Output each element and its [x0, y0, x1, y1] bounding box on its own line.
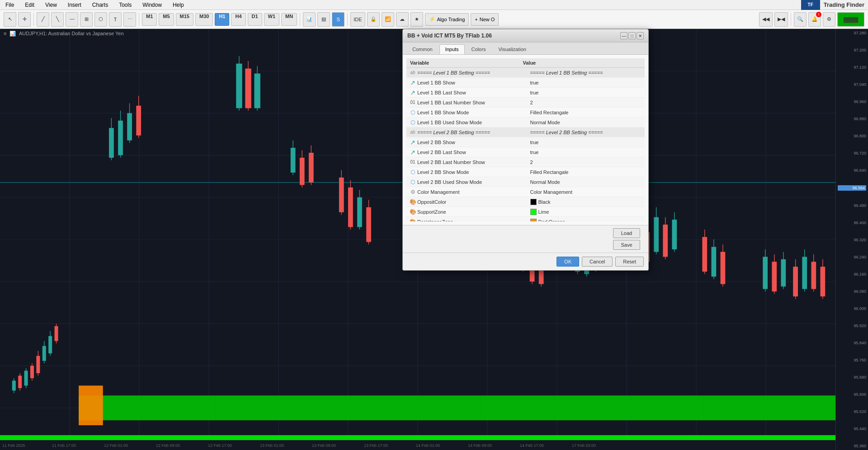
tf-m5[interactable]: M5	[159, 13, 174, 26]
cancel-button[interactable]: Cancel	[582, 257, 613, 267]
time-label-4: 12 Feb 17:00	[208, 443, 232, 448]
cursor-tool[interactable]: ↖	[4, 12, 16, 27]
color-swatch-darkorange[interactable]	[530, 219, 537, 222]
row-name: Level 2 BB Last Show	[417, 150, 530, 155]
tf-h1[interactable]: H1	[215, 13, 229, 26]
row-icon: 01	[408, 100, 417, 105]
menu-edit[interactable]: Edit	[23, 1, 36, 9]
price-96480: 96.480	[838, 203, 866, 208]
dialog-minimize-button[interactable]: —	[620, 32, 627, 39]
header-scrollbar-spacer	[636, 60, 641, 66]
fibo-tool[interactable]: ⊞	[80, 12, 93, 27]
table-row[interactable]: ↗ Level 2 BB Show true	[406, 137, 645, 147]
nav-next-btn[interactable]: ▶◀	[774, 12, 788, 27]
load-save-area: Load Save	[613, 228, 640, 250]
new-o-button[interactable]: + New O	[471, 13, 499, 26]
notification-badge: 1	[816, 12, 821, 17]
menu-insert[interactable]: Insert	[66, 1, 83, 9]
zoom-btn[interactable]: 🔍	[794, 12, 807, 27]
color-swatch-black[interactable]	[530, 199, 537, 205]
save-button[interactable]: Save	[613, 240, 640, 250]
table-row[interactable]: ⬡ Level 2 BB Show Mode Filled Rectangale	[406, 167, 645, 177]
dialog-action-buttons: OK Cancel Reset	[403, 253, 648, 270]
channel-tool[interactable]: 〰	[66, 12, 78, 27]
menu-help[interactable]: Help	[171, 1, 186, 9]
table-row[interactable]: ↗ Level 2 BB Last Show true	[406, 147, 645, 157]
reset-button[interactable]: Reset	[615, 257, 644, 267]
menu-charts[interactable]: Charts	[90, 1, 110, 9]
main-toolbar: ↖ ✛ ╱ ╲ 〰 ⊞ ⬡ T ⋯ M1 M5 M15 M30 H1 H4 D1…	[0, 10, 868, 29]
more-tools[interactable]: ⋯	[123, 12, 136, 27]
notifications-btn[interactable]: 🔔 1	[808, 12, 821, 27]
table-row[interactable]: ab ===== Level 1 BB Setting ===== ===== …	[406, 68, 645, 78]
tf-mn[interactable]: MN	[281, 13, 297, 26]
time-label-9: 14 Feb 09:00	[468, 443, 492, 448]
table-row[interactable]: ⬡ Level 2 BB Used Show Mode Normal Mode	[406, 177, 645, 187]
table-row[interactable]: 🎨 SupportZone Lime	[406, 207, 645, 217]
menu-window[interactable]: Window	[141, 1, 164, 9]
menu-file[interactable]: File	[4, 1, 16, 9]
nav-prev-btn[interactable]: ◀◀	[759, 12, 773, 27]
row-icon: ab	[408, 70, 417, 75]
dialog-tab-colors[interactable]: Colors	[466, 44, 492, 54]
new-o-label: New O	[480, 17, 495, 22]
chart-type-btn[interactable]: 📊	[303, 12, 316, 27]
table-row[interactable]: ↗ Level 1 BB Show true	[406, 78, 645, 88]
dialog-container: BB + Void ICT MT5 By TFlab 1.06 — □ ✕ Co…	[402, 29, 649, 271]
variables-scroll-area[interactable]: ab ===== Level 1 BB Setting ===== ===== …	[406, 68, 645, 221]
row-icon: ↗	[408, 149, 417, 156]
price-97280: 97.280	[838, 31, 866, 35]
chart-header: ≡ 📊 AUDJPY,H1: Australian Dollar vs Japa…	[4, 31, 124, 37]
settings-btn[interactable]: ⚙	[823, 12, 835, 27]
header-variable: Variable	[410, 60, 523, 66]
table-row[interactable]: ab ===== Level 2 BB Setting ===== ===== …	[406, 127, 645, 137]
algo-trading-button[interactable]: ⚡ Algo Trading	[425, 13, 469, 26]
indicator-s-btn[interactable]: S	[332, 12, 344, 27]
color-swatch-lime[interactable]	[530, 209, 537, 215]
menu-view[interactable]: View	[43, 1, 59, 9]
dialog-tab-inputs[interactable]: Inputs	[439, 44, 465, 54]
signal-btn[interactable]: 📶	[382, 12, 394, 27]
tf-m1[interactable]: M1	[142, 13, 157, 26]
table-row[interactable]: ⚙ Color Management Color Management	[406, 187, 645, 197]
lock-btn[interactable]: 🔒	[367, 12, 380, 27]
text-tool[interactable]: T	[109, 12, 122, 27]
tf-m30[interactable]: M30	[195, 13, 213, 26]
price-96080: 96.080	[838, 289, 866, 294]
progress-btn[interactable]: ▓▓▓▓	[837, 12, 864, 27]
load-button[interactable]: Load	[613, 228, 640, 238]
dialog-maximize-button[interactable]: □	[628, 32, 636, 39]
row-value: Black	[530, 199, 643, 205]
tf-d1[interactable]: D1	[248, 13, 262, 26]
chart-style-btn[interactable]: ▤	[317, 12, 330, 27]
shapes-tool[interactable]: ⬡	[94, 12, 107, 27]
table-row[interactable]: ⬡ Level 1 BB Used Show Mode Normal Mode	[406, 117, 645, 127]
table-row[interactable]: 🎨 OppositColor Black	[406, 197, 645, 207]
table-row[interactable]: 🎨 ResistanceZone DarkOrange	[406, 217, 645, 221]
tf-m15[interactable]: M15	[176, 13, 193, 26]
table-row[interactable]: 01 Level 1 BB Last Number Show 2	[406, 98, 645, 108]
row-name: Level 2 BB Last Number Show	[417, 159, 530, 165]
tf-h4[interactable]: H4	[231, 13, 245, 26]
ok-button[interactable]: OK	[557, 257, 579, 267]
price-96400: 96.400	[838, 220, 866, 225]
table-row[interactable]: 01 Level 2 BB Last Number Show 2	[406, 157, 645, 167]
tf-w1[interactable]: W1	[264, 13, 280, 26]
menu-bar: File Edit View Insert Charts Tools Windo…	[0, 0, 868, 10]
dialog-close-button[interactable]: ✕	[637, 32, 644, 39]
ide-button[interactable]: IDE	[350, 12, 365, 27]
price-96000: 96.000	[838, 306, 866, 311]
star-btn[interactable]: ★	[410, 12, 423, 27]
row-icon: 🎨	[408, 209, 417, 215]
menu-tools[interactable]: Tools	[117, 1, 133, 9]
trendline-tool[interactable]: ╲	[51, 12, 64, 27]
table-row[interactable]: ↗ Level 1 BB Last Show true	[406, 88, 645, 98]
cloud-btn[interactable]: ☁	[396, 12, 409, 27]
table-row[interactable]: ⬡ Level 1 BB Show Mode Filled Rectangale	[406, 108, 645, 117]
dialog-tab-common[interactable]: Common	[406, 44, 439, 54]
row-name: Level 1 BB Used Show Mode	[417, 120, 530, 125]
line-tool[interactable]: ╱	[37, 12, 49, 27]
crosshair-tool[interactable]: ✛	[18, 12, 31, 27]
dialog-tab-visualization[interactable]: Visualization	[492, 44, 532, 54]
row-icon: 🎨	[408, 199, 417, 205]
